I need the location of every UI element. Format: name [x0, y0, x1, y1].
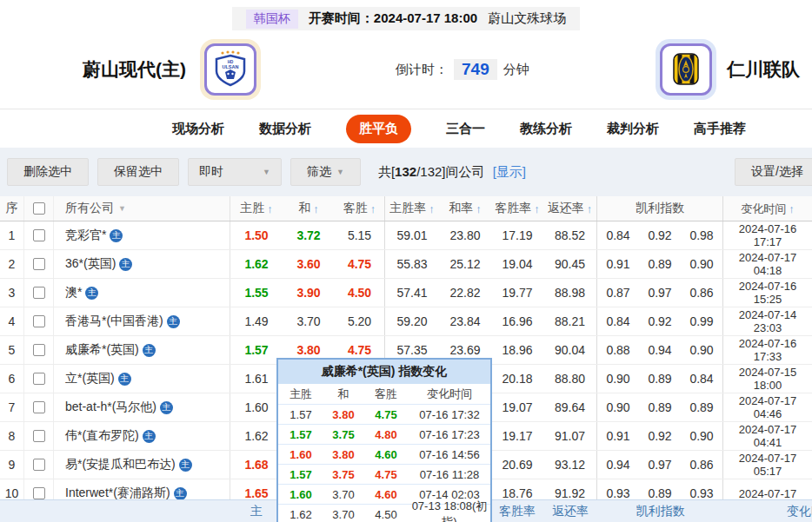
company-count-selected: 132	[395, 164, 416, 179]
svg-text:ULSAN: ULSAN	[223, 64, 239, 69]
header-company[interactable]: 所有公司 ▼	[54, 196, 230, 221]
row-checkbox[interactable]	[33, 487, 45, 499]
odds-home[interactable]: 1.57	[230, 336, 283, 364]
company-name[interactable]: 易*(安提瓜和巴布达)	[65, 457, 176, 472]
odds-home[interactable]: 1.62	[230, 250, 283, 278]
odds-away[interactable]: 5.15	[335, 221, 385, 249]
select-all-checkbox[interactable]	[33, 202, 45, 215]
change-date: 2024-07-14	[739, 308, 797, 321]
row-checkbox[interactable]	[33, 258, 45, 270]
nav-tab-label: 三合一	[446, 121, 485, 135]
home-badge-icon: 主	[110, 229, 123, 242]
kickoff-time: 开赛时间：2024-07-17 18:00	[309, 10, 477, 27]
league-badge[interactable]: 韩国杯	[246, 10, 298, 29]
kelly-home: 0.90	[597, 365, 639, 393]
popup-odds-away: 4.60	[363, 448, 409, 461]
time-mode-value: 即时	[199, 164, 223, 180]
odds-away[interactable]: 5.20	[335, 307, 385, 335]
header-return-rate[interactable]: 返还率↑	[543, 196, 597, 221]
header-home-odds[interactable]: 主胜↑	[230, 196, 283, 221]
odds-home[interactable]: 1.62	[230, 422, 283, 450]
sort-asc-icon: ↑	[429, 202, 435, 215]
return-rate: 88.98	[543, 279, 597, 307]
company-name[interactable]: 36*(英国)	[65, 256, 116, 272]
row-checkbox[interactable]	[33, 459, 45, 471]
chevron-down-icon: ▼	[336, 168, 344, 176]
popup-body: 1.57 3.80 4.75 07-16 17:32 1.57 3.75 4.8…	[278, 404, 490, 522]
popup-change-time: 07-16 11:28	[409, 468, 490, 481]
odds-draw[interactable]: 3.60	[283, 250, 335, 278]
show-link[interactable]: [显示]	[493, 164, 526, 179]
kelly-draw: 0.97	[639, 279, 681, 307]
row-checkbox[interactable]	[33, 401, 45, 413]
company-name[interactable]: 立*(英国)	[65, 371, 115, 387]
nav-tab[interactable]: 胜平负	[346, 115, 411, 143]
header-home-rate[interactable]: 主胜率↑	[385, 196, 439, 221]
kelly-home: 0.91	[597, 422, 639, 450]
nav-tab[interactable]: 教练分析	[520, 121, 572, 137]
company-name[interactable]: 香港马*(中国香港)	[65, 314, 163, 329]
sort-asc-icon: ↑	[587, 202, 593, 215]
table-row: 2 36*(英国) 主 1.62 3.60 4.75 55.83 25.12 1…	[0, 250, 812, 279]
popup-odds-draw: 3.80	[323, 408, 363, 421]
header-away-rate[interactable]: 客胜率↑	[491, 196, 543, 221]
home-badge-icon: 主	[167, 315, 180, 328]
keep-selected-button[interactable]: 保留选中	[97, 158, 179, 186]
company-name[interactable]: 伟*(直布罗陀)	[65, 428, 139, 444]
sort-asc-icon: ↑	[476, 202, 482, 215]
header-change-time[interactable]: 变化时间↑	[723, 196, 812, 221]
odds-home[interactable]: 1.60	[230, 393, 283, 421]
table-row: 3 澳* 主 1.55 3.90 4.50 57.41 22.82 19.77 …	[0, 279, 812, 307]
nav-tab-label: 教练分析	[520, 121, 572, 135]
nav-tab[interactable]: 三合一	[446, 121, 485, 137]
kelly-draw: 0.92	[639, 221, 681, 249]
kelly-draw: 0.92	[639, 422, 681, 450]
popup-change-time: 07-16 14:56	[409, 448, 490, 461]
nav-tab[interactable]: 数据分析	[259, 121, 311, 137]
popup-odds-draw: 3.70	[323, 488, 363, 501]
nav-tab[interactable]: 现场分析	[172, 121, 224, 137]
odds-draw[interactable]: 3.70	[283, 307, 335, 335]
change-time: 2024-07-16 15:25	[723, 279, 812, 307]
company-name[interactable]: 威廉希*(英国)	[65, 342, 139, 358]
row-index: 5	[0, 336, 24, 364]
row-checkbox[interactable]	[33, 344, 45, 356]
odds-home[interactable]: 1.55	[230, 279, 283, 307]
change-time: 2024-07-16 17:17	[723, 221, 812, 249]
odds-history-popup: 威廉希*(英国) 指数变化 主胜 和 客胜 变化时间 1.57 3.80 4.7…	[276, 358, 492, 522]
header-draw-rate[interactable]: 和率↑	[439, 196, 491, 221]
countdown: 倒计时： 749 分钟	[396, 59, 529, 80]
kelly-home: 0.90	[597, 393, 639, 421]
filter-button[interactable]: 筛选 ▼	[290, 158, 361, 186]
odds-draw[interactable]: 3.90	[283, 279, 335, 307]
odds-away[interactable]: 4.50	[335, 279, 385, 307]
delete-selected-button[interactable]: 删除选中	[7, 158, 89, 186]
header-away-odds[interactable]: 客胜↑	[335, 196, 385, 221]
popup-title: 威廉希*(英国) 指数变化	[278, 360, 490, 384]
home-badge-icon: 主	[119, 258, 132, 271]
header-draw-odds[interactable]: 和↑	[283, 196, 335, 221]
odds-home[interactable]: 1.61	[230, 365, 283, 393]
row-index: 2	[0, 250, 24, 278]
odds-home[interactable]: 1.68	[230, 451, 283, 479]
sort-asc-icon: ↑	[534, 202, 540, 215]
company-name[interactable]: 竞彩官*	[65, 228, 106, 243]
company-name[interactable]: bet-at-h*(马尔他)	[65, 400, 156, 415]
row-checkbox[interactable]	[33, 430, 45, 442]
row-checkbox[interactable]	[33, 373, 45, 385]
odds-away[interactable]: 4.75	[335, 250, 385, 278]
nav-tab[interactable]: 裁判分析	[607, 121, 659, 137]
row-checkbox[interactable]	[33, 315, 45, 327]
nav-tab[interactable]: 高手推荐	[694, 121, 746, 137]
odds-home[interactable]: 1.49	[230, 307, 283, 335]
company-name[interactable]: 澳*	[65, 285, 82, 301]
row-index: 6	[0, 365, 24, 393]
popup-odds-draw: 3.75	[323, 428, 363, 441]
row-checkbox[interactable]	[33, 287, 45, 299]
time-mode-select[interactable]: 即时 ▼	[188, 158, 282, 186]
settings-button[interactable]: 设置/选择	[735, 158, 812, 186]
row-checkbox[interactable]	[33, 229, 45, 241]
popup-odds-home: 1.60	[278, 448, 323, 461]
odds-home[interactable]: 1.50	[230, 221, 283, 249]
odds-draw[interactable]: 3.72	[283, 221, 335, 249]
